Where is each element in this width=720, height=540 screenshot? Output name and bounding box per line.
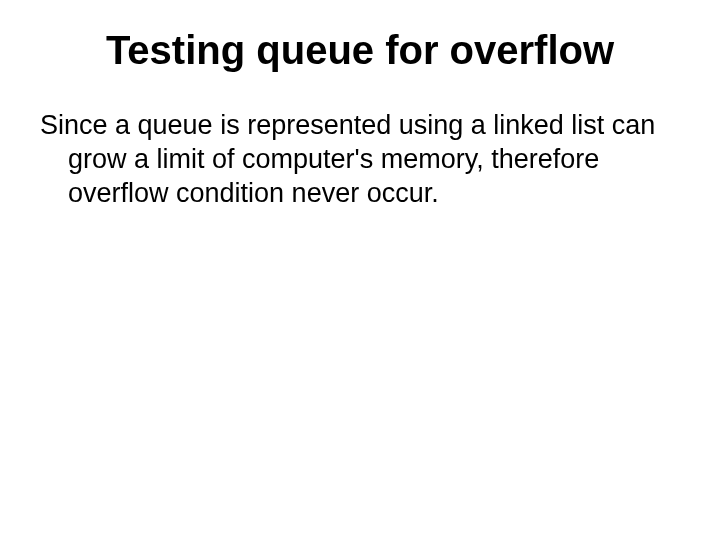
- body-paragraph: Since a queue is represented using a lin…: [40, 109, 660, 210]
- slide-container: Testing queue for overflow Since a queue…: [0, 0, 720, 540]
- slide-title: Testing queue for overflow: [40, 28, 680, 73]
- slide-body: Since a queue is represented using a lin…: [40, 109, 680, 210]
